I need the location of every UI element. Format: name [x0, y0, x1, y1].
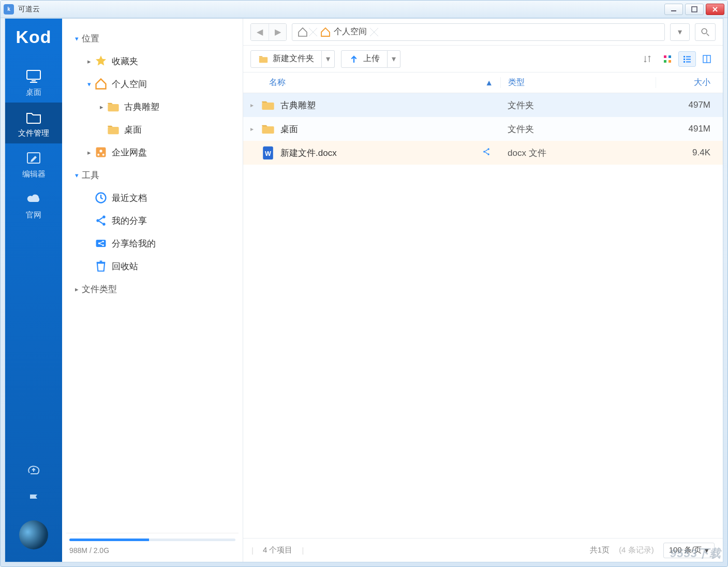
close-button[interactable]	[706, 4, 724, 15]
col-name[interactable]: 名称 ▲	[243, 77, 500, 88]
svg-text:W: W	[265, 150, 271, 157]
file-row[interactable]: ▸ 桌面 文件夹 491M	[243, 117, 723, 141]
view-grid-button[interactable]	[659, 51, 676, 67]
new-folder-button[interactable]: 新建文件夹	[250, 50, 322, 68]
view-list-button[interactable]	[678, 51, 696, 67]
col-size[interactable]: 大小	[656, 77, 723, 88]
tree-item-label: 个人空间	[112, 78, 147, 90]
breadcrumb-bar: ◀ ▶ 个人空间 ▾	[243, 19, 723, 46]
new-folder-dropdown[interactable]: ▾	[322, 50, 335, 68]
tree-item-desktop[interactable]: 桌面	[66, 118, 239, 141]
avatar[interactable]	[19, 520, 48, 549]
status-count: 4 个项目	[263, 545, 293, 555]
tree-section-label: 工具	[82, 169, 99, 181]
nav-forward-button[interactable]: ▶	[269, 24, 286, 40]
view-split-button[interactable]	[698, 51, 716, 67]
app-window: k 可道云 Kod 桌面 文件管理 编辑器 官网	[0, 0, 728, 567]
sort-button[interactable]	[639, 51, 657, 67]
nav-back-button[interactable]: ◀	[251, 24, 269, 40]
breadcrumb-trail[interactable]: 个人空间	[292, 23, 665, 41]
chevron-right-icon[interactable]: ▸	[243, 101, 261, 109]
file-row[interactable]: W 新建文件.docx docx 文件 9.4K	[243, 141, 723, 165]
tree-panel: ▾ 位置 ▸ 收藏夹 ▾ 个人空间 ▸ 古典雕塑	[62, 19, 243, 562]
app-icon: k	[4, 4, 14, 14]
column-header: 名称 ▲ 类型 大小	[243, 72, 723, 93]
rail-item-label: 文件管理	[18, 128, 49, 137]
address-dropdown[interactable]: ▾	[670, 23, 690, 41]
cloud-icon	[25, 192, 42, 206]
svg-rect-21	[100, 260, 102, 261]
rail-item-editor[interactable]: 编辑器	[5, 143, 62, 184]
file-name: 桌面	[280, 123, 298, 135]
tree-item-enterprise[interactable]: ▸ 企业网盘	[66, 141, 239, 164]
folder-icon	[107, 124, 120, 135]
rail-item-desktop[interactable]: 桌面	[5, 62, 62, 103]
svg-rect-33	[686, 61, 691, 62]
svg-rect-31	[686, 59, 691, 60]
tree-item-shared-to-me[interactable]: 分享给我的	[66, 232, 239, 255]
upload-button[interactable]: 上传	[341, 50, 388, 68]
flag-icon[interactable]	[26, 491, 41, 507]
search-button[interactable]	[695, 23, 716, 41]
chevron-right-icon[interactable]: ▸	[96, 103, 107, 111]
file-list: ▸ 古典雕塑 文件夹 497M ▸ 桌面 文件夹 491M	[243, 93, 723, 538]
tree-section-location[interactable]: ▾ 位置	[66, 27, 239, 50]
tree-item-myshare[interactable]: 我的分享	[66, 209, 239, 232]
chevron-down-icon[interactable]: ▾	[84, 80, 94, 88]
per-page-select[interactable]: 100 条/页 ▾	[663, 543, 715, 558]
file-type: 文件夹	[508, 100, 534, 110]
col-type[interactable]: 类型	[500, 77, 656, 88]
tree-item-personal[interactable]: ▾ 个人空间	[66, 72, 239, 95]
org-icon	[94, 147, 108, 158]
chevron-down-icon[interactable]: ▾	[71, 35, 82, 42]
tree-item-trash[interactable]: 回收站	[66, 255, 239, 278]
home-icon	[320, 27, 331, 37]
tree-section-filetype[interactable]: ▸ 文件类型	[66, 278, 239, 300]
tree-item-label: 企业网盘	[112, 147, 147, 158]
rail-item-site[interactable]: 官网	[5, 184, 62, 225]
chevron-down-icon: ▾	[705, 546, 709, 555]
share-icon	[94, 215, 108, 226]
per-page-label: 100 条/页	[669, 545, 702, 555]
svg-rect-29	[686, 56, 691, 57]
upload-dropdown[interactable]: ▾	[388, 50, 400, 68]
breadcrumb-root[interactable]	[292, 24, 313, 40]
tree-section-tools[interactable]: ▾ 工具	[66, 164, 239, 186]
minimize-button[interactable]	[664, 4, 683, 15]
monitor-icon	[25, 69, 42, 83]
new-folder-label: 新建文件夹	[273, 53, 314, 64]
tree-item-gudian[interactable]: ▸ 古典雕塑	[66, 95, 239, 118]
quota-footer: 988M / 2.0G	[66, 533, 239, 562]
share-icon	[482, 147, 491, 156]
clock-icon	[94, 192, 108, 203]
sort-asc-icon[interactable]: ▲	[485, 78, 493, 88]
quota-fill	[69, 539, 149, 541]
svg-rect-23	[259, 57, 268, 63]
svg-rect-3	[32, 80, 36, 81]
divider: |	[302, 546, 304, 555]
titlebar[interactable]: k 可道云	[1, 1, 727, 18]
svg-point-42	[487, 153, 489, 155]
chevron-right-icon[interactable]: ▸	[84, 149, 94, 156]
statusbar: | 4 个项目 | 共1页 (4 条记录) 100 条/页 ▾	[243, 538, 723, 562]
divider: |	[251, 546, 254, 555]
chevron-right-icon[interactable]: ▸	[243, 125, 261, 133]
tree-item-favorites[interactable]: ▸ 收藏夹	[66, 50, 239, 72]
tree-item-recent[interactable]: 最近文档	[66, 186, 239, 209]
search-icon	[701, 27, 710, 37]
chevron-right-icon[interactable]: ▸	[84, 57, 94, 65]
svg-rect-24	[664, 55, 666, 58]
maximize-button[interactable]	[685, 4, 704, 15]
rail-item-files[interactable]: 文件管理	[5, 103, 62, 143]
file-size: 9.4K	[692, 148, 710, 157]
chevron-down-icon[interactable]: ▾	[71, 171, 82, 179]
shared-icon	[94, 238, 108, 249]
svg-rect-0	[671, 10, 676, 11]
sync-icon[interactable]	[26, 462, 41, 478]
file-row[interactable]: ▸ 古典雕塑 文件夹 497M	[243, 93, 723, 117]
svg-rect-20	[97, 262, 106, 263]
svg-rect-6	[108, 104, 118, 111]
rail-item-label: 官网	[26, 210, 41, 219]
breadcrumb-item[interactable]: 个人空间	[313, 24, 374, 40]
chevron-right-icon[interactable]: ▸	[71, 285, 82, 293]
